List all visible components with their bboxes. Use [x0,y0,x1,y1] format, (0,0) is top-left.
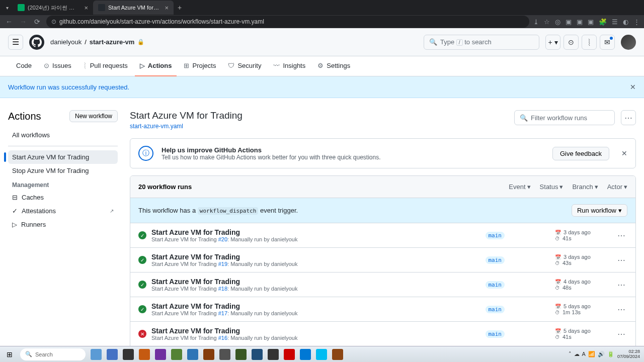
issues-button[interactable]: ⊙ [564,35,579,50]
run-workflow-button[interactable]: Run workflow ▾ [572,204,627,217]
branch-badge[interactable]: main [486,306,505,313]
repo-tab-settings[interactable]: ⚙Settings [312,56,355,76]
close-icon[interactable]: ✕ [630,83,636,91]
taskbar-app-icon[interactable] [203,349,214,360]
menu-icon[interactable]: ⋮ [633,18,640,26]
run-title[interactable]: Start Azure VM for Trading [151,327,486,335]
run-title[interactable]: Start Azure VM for Trading [151,302,486,310]
forward-button[interactable]: → [18,18,28,26]
taskbar-app-icon[interactable] [139,349,150,360]
tab-dropdown-icon[interactable]: ▾ [2,5,13,11]
tray-icon[interactable]: ☁ [574,351,580,357]
repo-tab-insights[interactable]: 〰Insights [268,56,310,76]
star-icon[interactable]: ☆ [544,18,550,26]
give-feedback-button[interactable]: Give feedback [552,147,609,160]
branch-badge[interactable]: main [486,256,505,264]
taskbar-app-icon[interactable] [219,349,230,360]
close-icon[interactable]: ✕ [621,149,627,157]
browser-tab-0[interactable]: (2024년) 파이썬 알고리즘 트레 × [13,1,93,15]
filter-status[interactable]: Status ▾ [540,183,564,191]
lens-icon[interactable]: ◎ [555,18,560,26]
sidepanel-icon[interactable]: ☰ [612,18,618,26]
workflow-menu-button[interactable]: ⋯ [621,110,636,125]
filter-event[interactable]: Event ▾ [509,183,530,191]
ext-icon[interactable]: ▣ [577,18,583,26]
run-menu-button[interactable]: ⋯ [615,327,627,341]
address-bar[interactable]: ⊙ github.com/danielyouk/start-azure-vm/a… [46,16,529,28]
branch-badge[interactable]: main [486,330,505,338]
sidebar-item-caches[interactable]: ⊟Caches [8,191,118,204]
tray[interactable]: ˄ ☁ A 📶 🔊 🔋 [569,351,614,357]
workflow-link-0[interactable]: Start Azure VM for Trading [8,150,118,164]
run-row[interactable]: ✕ Start Azure VM for Trading Start Azure… [130,322,635,346]
run-menu-button[interactable]: ⋯ [615,229,627,242]
run-row[interactable]: ✓ Start Azure VM for Trading Start Azure… [130,273,635,297]
taskbar-app-icon[interactable] [107,349,118,360]
all-workflows-link[interactable]: All workflows [8,128,118,142]
repo-tab-security[interactable]: 🛡Security [223,56,266,76]
taskbar-app-icon[interactable] [316,349,327,360]
taskbar-app-icon[interactable] [171,349,182,360]
volume-icon[interactable]: 🔊 [598,351,605,357]
breadcrumb-owner[interactable]: danielyouk [50,38,82,46]
create-button[interactable]: + ▾ [545,35,560,50]
clock[interactable]: 02:28 07/09/2024 [617,349,640,359]
profile-icon[interactable]: ◐ [623,18,628,26]
run-title[interactable]: Start Azure VM for Trading [151,253,486,261]
filter-branch[interactable]: Branch ▾ [572,183,598,191]
new-tab-button[interactable]: + [174,4,186,12]
run-title[interactable]: Start Azure VM for Trading [151,278,486,286]
github-logo-icon[interactable] [29,35,44,50]
run-row[interactable]: ✓ Start Azure VM for Trading Start Azure… [130,223,635,248]
workflow-link-1[interactable]: Stop Azure VM for Trading [8,164,118,177]
taskbar-app-icon[interactable] [155,349,166,360]
yaml-link[interactable]: start-azure-vm.yaml [130,123,183,130]
taskbar-app-icon[interactable] [187,349,198,360]
back-button[interactable]: ← [4,18,14,26]
taskbar-app-icon[interactable] [332,349,343,360]
sidebar-item-runners[interactable]: ▷Runners [8,218,118,231]
taskbar-app-icon[interactable] [300,349,311,360]
taskbar-app-icon[interactable] [284,349,295,360]
close-icon[interactable]: × [84,4,88,12]
site-info-icon[interactable]: ⊙ [51,18,56,25]
run-menu-button[interactable]: ⋯ [615,278,627,292]
filter-runs-input[interactable]: 🔍 Filter workflow runs [514,110,615,125]
taskbar-search[interactable]: 🔍 Search [20,348,86,360]
ext-icon[interactable]: ▣ [566,18,572,26]
wifi-icon[interactable]: 📶 [588,351,595,357]
run-menu-button[interactable]: ⋯ [615,303,627,316]
battery-icon[interactable]: 🔋 [607,351,614,357]
taskbar-app-icon[interactable] [252,349,263,360]
close-icon[interactable]: × [165,4,169,12]
hamburger-button[interactable]: ☰ [8,35,23,50]
run-title[interactable]: Start Azure VM for Trading [151,228,486,236]
repo-tab-issues[interactable]: ⊙Issues [39,56,76,76]
start-button[interactable]: ⊞ [4,349,15,360]
filter-actor[interactable]: Actor ▾ [607,183,627,191]
new-workflow-button[interactable]: New workflow [69,110,118,122]
install-icon[interactable]: ⤓ [533,18,539,26]
repo-tab-projects[interactable]: ⊞Projects [179,56,221,76]
extensions-icon[interactable]: 🧩 [599,18,607,26]
branch-badge[interactable]: main [486,232,505,239]
search-input[interactable]: 🔍 Type / to search [424,35,539,50]
run-row[interactable]: ✓ Start Azure VM for Trading Start Azure… [130,248,635,273]
sidebar-item-attestations[interactable]: ✓Attestations↗ [8,204,118,218]
ext-icon[interactable]: ▣ [588,18,594,26]
repo-tab-actions[interactable]: ▷Actions [135,56,177,76]
chevron-up-icon[interactable]: ˄ [569,351,572,357]
taskbar-app-icon[interactable] [235,349,247,360]
run-menu-button[interactable]: ⋯ [615,253,627,267]
taskbar-app-icon[interactable] [91,349,102,360]
browser-tab-1[interactable]: Start Azure VM for Trading · W × [93,1,174,15]
branch-badge[interactable]: main [486,281,505,289]
pulls-button[interactable]: ⦚ [582,35,597,50]
language-indicator[interactable]: A [582,351,586,357]
avatar[interactable] [621,35,636,50]
taskbar-app-icon[interactable] [123,349,134,360]
taskbar-app-icon[interactable] [268,349,279,360]
breadcrumb-repo[interactable]: start-azure-vm [90,38,135,46]
run-row[interactable]: ✓ Start Azure VM for Trading Start Azure… [130,297,635,322]
repo-tab-code[interactable]: Code [8,56,37,76]
